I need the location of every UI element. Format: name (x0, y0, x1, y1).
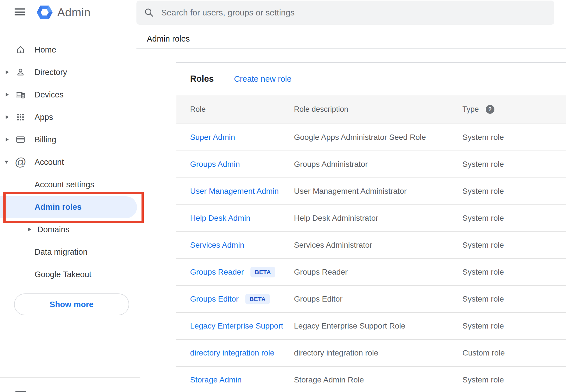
sidebar-divider (0, 377, 140, 378)
show-more-button[interactable]: Show more (14, 293, 129, 315)
role-link[interactable]: Services Admin (190, 241, 244, 250)
breadcrumb: Admin roles (147, 34, 190, 44)
role-description: Help Desk Administrator (294, 214, 462, 223)
sidebar-item-devices[interactable]: Devices (0, 83, 137, 106)
table-row: Services Admin Services Administrator Sy… (176, 232, 566, 259)
role-type: System role (462, 295, 566, 304)
role-link[interactable]: User Management Admin (190, 187, 279, 196)
table-row: Help Desk Admin Help Desk Administrator … (176, 205, 566, 232)
home-icon (15, 45, 26, 55)
table-row: Groups Editor BETA Groups Editor System … (176, 286, 566, 313)
column-header-role: Role (190, 105, 294, 114)
table-row: directory integration role directory int… (176, 340, 566, 367)
role-type: System role (462, 133, 566, 142)
role-type: System role (462, 268, 566, 277)
role-type: System role (462, 187, 566, 196)
beta-badge: BETA (245, 294, 270, 304)
sidebar-item-directory[interactable]: Directory (0, 61, 137, 83)
role-type: System role (462, 160, 566, 169)
role-type: System role (462, 322, 566, 331)
expand-right-icon (6, 93, 9, 97)
role-type: Custom role (462, 348, 566, 357)
role-link[interactable]: Super Admin (190, 133, 235, 142)
sidebar-item-account[interactable]: @ Account (0, 151, 137, 173)
create-new-role-link[interactable]: Create new role (234, 74, 291, 84)
person-icon (15, 67, 26, 77)
role-description: Services Administrator (294, 241, 462, 250)
role-type: System role (462, 214, 566, 223)
role-link[interactable]: Groups Reader (190, 268, 244, 277)
role-link[interactable]: Legacy Enterprise Support (190, 322, 283, 331)
at-icon: @ (15, 157, 26, 167)
search-input[interactable] (161, 8, 554, 18)
sidebar-item-account-settings[interactable]: Account settings (0, 173, 137, 196)
role-description: Storage Admin Role (294, 375, 462, 384)
roles-panel-header: Roles Create new role (176, 63, 566, 95)
table-row: Legacy Enterprise Support Legacy Enterpr… (176, 313, 566, 340)
devices-icon (15, 90, 26, 100)
sidebar-item-billing[interactable]: Billing (0, 128, 137, 151)
role-description: Groups Editor (294, 295, 462, 304)
table-row: User Management Admin User Management Ad… (176, 178, 566, 205)
role-description: User Management Administrator (294, 187, 462, 196)
role-type: System role (462, 241, 566, 250)
panel-title: Roles (190, 74, 214, 84)
sidebar-item-data-migration[interactable]: Data migration (0, 241, 137, 263)
roles-panel: Roles Create new role Role Role descript… (176, 62, 566, 392)
roles-table-body: Super Admin Google Apps Administrator Se… (176, 124, 566, 392)
sidebar-item-apps[interactable]: Apps (0, 106, 137, 128)
sidebar-nav: Home Directory Devices (0, 38, 137, 286)
app-logo: Admin (36, 4, 91, 21)
table-row: Storage Admin Storage Admin Role System … (176, 367, 566, 392)
role-description: Google Apps Administrator Seed Role (294, 133, 462, 142)
role-link[interactable]: Help Desk Admin (190, 214, 250, 223)
search-bar[interactable] (136, 1, 554, 25)
breadcrumb-divider (136, 48, 566, 49)
role-link[interactable]: Groups Admin (190, 160, 240, 169)
table-header-row: Role Role description Type ? (176, 95, 566, 124)
role-description: Groups Administrator (294, 160, 462, 169)
role-description: directory integration role (294, 348, 462, 357)
cutoff-icon-fragment (15, 391, 26, 392)
search-icon (144, 7, 154, 18)
billing-card-icon (15, 135, 26, 145)
sidebar-item-home[interactable]: Home (0, 38, 137, 61)
sidebar-item-google-takeout[interactable]: Google Takeout (0, 263, 137, 286)
expand-right-icon (6, 70, 9, 74)
role-link[interactable]: directory integration role (190, 348, 274, 357)
sidebar-item-admin-roles[interactable]: Admin roles (0, 196, 137, 218)
sidebar-item-domains[interactable]: Domains (0, 218, 137, 241)
app-title: Admin (57, 6, 91, 19)
expand-right-icon (6, 138, 9, 142)
role-description: Legacy Enterprise Support Role (294, 322, 462, 331)
hamburger-menu-icon[interactable] (15, 8, 25, 15)
table-row: Groups Reader BETA Groups Reader System … (176, 259, 566, 286)
table-row: Groups Admin Groups Administrator System… (176, 151, 566, 178)
help-icon[interactable]: ? (486, 105, 494, 114)
table-row: Super Admin Google Apps Administrator Se… (176, 124, 566, 151)
role-description: Groups Reader (294, 268, 462, 277)
role-type: System role (462, 375, 566, 384)
role-link[interactable]: Storage Admin (190, 375, 242, 384)
admin-hexagon-logo-icon (36, 4, 53, 21)
sidebar: Admin Home Directory (0, 0, 137, 392)
apps-grid-icon (15, 112, 26, 122)
expand-right-icon (6, 115, 9, 119)
expand-right-icon (28, 227, 31, 231)
column-header-type: Type ? (462, 105, 566, 114)
column-header-role-description: Role description (294, 105, 462, 114)
role-link[interactable]: Groups Editor (190, 295, 239, 304)
expand-down-icon (4, 161, 8, 164)
beta-badge: BETA (250, 267, 275, 277)
